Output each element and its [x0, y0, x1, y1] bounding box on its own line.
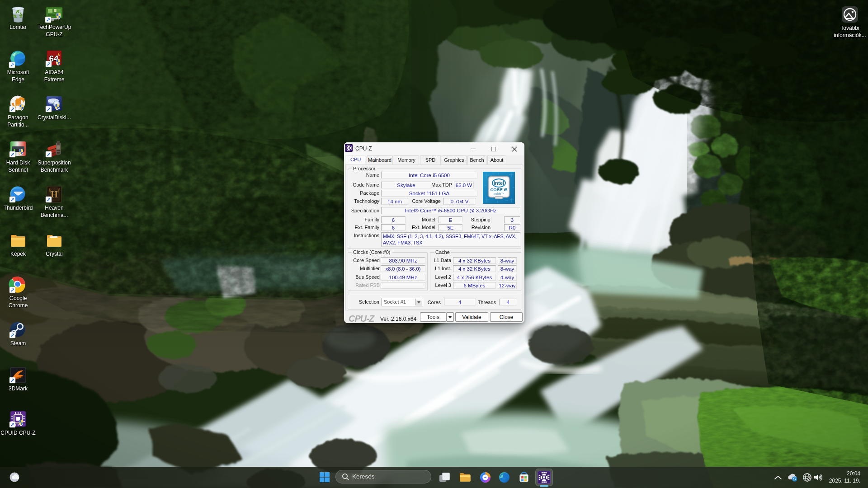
svg-text:intel: intel	[494, 180, 505, 186]
svg-text:CORE i5: CORE i5	[490, 187, 508, 192]
svg-text:inside™: inside™	[494, 192, 504, 195]
svg-text:H: H	[51, 189, 58, 199]
